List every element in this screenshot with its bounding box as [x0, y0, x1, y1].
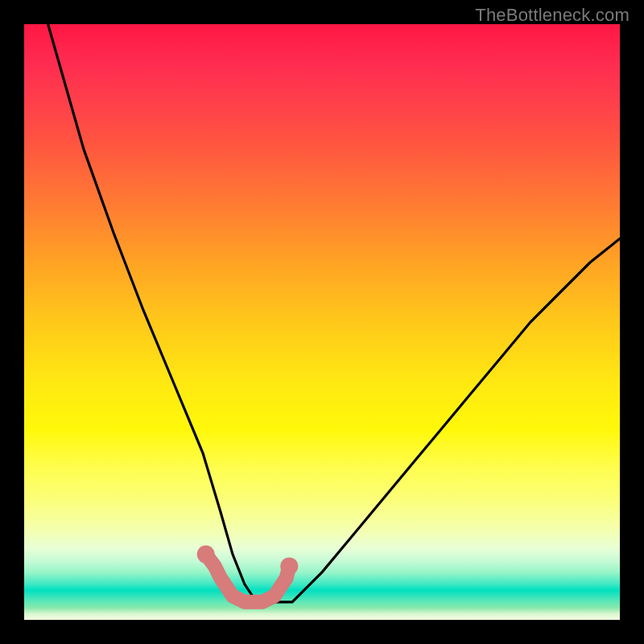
accent-dot [280, 557, 298, 575]
accent-segment [206, 555, 290, 602]
plot-area [24, 24, 620, 620]
attribution-text: TheBottleneck.com [475, 5, 630, 26]
chart-svg [24, 24, 620, 620]
accent-dot [197, 546, 215, 564]
chart-frame: TheBottleneck.com [0, 0, 644, 644]
main-curve [48, 24, 620, 602]
